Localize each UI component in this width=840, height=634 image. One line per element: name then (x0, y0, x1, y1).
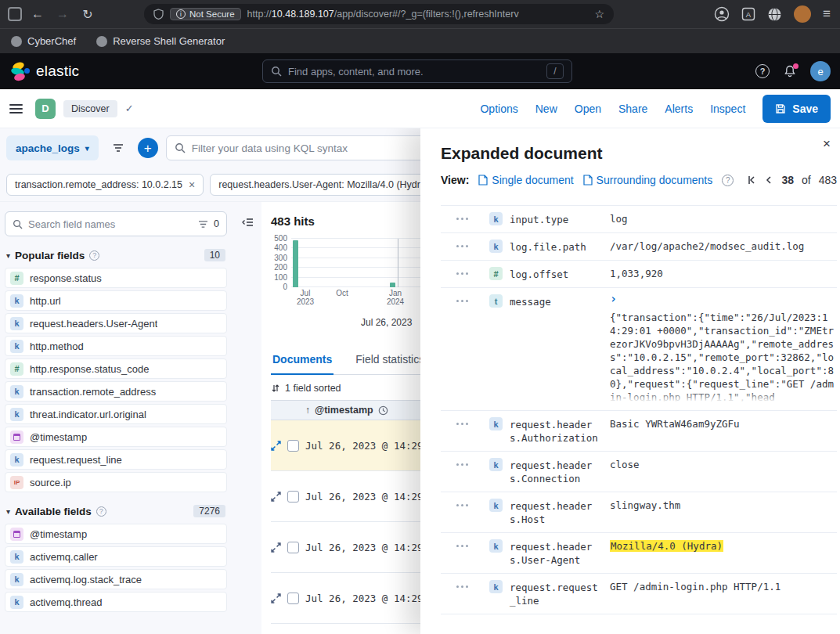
add-filter-button[interactable]: + (138, 138, 158, 158)
doc-field-value: /var/log/apache2/modsec_audit.log (610, 240, 837, 253)
address-bar[interactable]: i Not Secure http://10.48.189.107/app/di… (144, 4, 614, 24)
field-item[interactable]: krequest.headers.User-Agent (5, 313, 227, 333)
translate-icon[interactable]: A (741, 7, 755, 21)
field-filter-icon[interactable] (198, 220, 208, 229)
global-search[interactable]: / (262, 59, 572, 83)
save-button[interactable]: Save (762, 95, 831, 123)
filter-pill[interactable]: request.headers.User-Agent: Mozilla/4.0 … (210, 174, 438, 196)
collapse-sidebar-icon[interactable] (241, 216, 254, 229)
bookmark-item[interactable]: Reverse Shell Generator (96, 35, 225, 47)
elastic-logo[interactable] (9, 61, 30, 81)
saved-query-filter-button[interactable] (106, 136, 130, 160)
field-item[interactable]: kactivemq.caller (5, 546, 227, 567)
doc-field-name: request.headers.Host (510, 499, 610, 526)
row-checkbox[interactable] (287, 593, 299, 604)
doc-field-name: request.headers.Connection (510, 459, 610, 485)
nav-menu-icon[interactable] (9, 104, 23, 113)
field-item[interactable]: #http.response.status_code (5, 358, 227, 379)
surrounding-documents-link[interactable]: Surrounding documents (583, 174, 713, 186)
breadcrumb[interactable]: Discover (63, 100, 117, 117)
help-icon[interactable]: ? (755, 64, 770, 78)
field-item[interactable]: IPsource.ip (5, 472, 227, 492)
toolbar-menu-share[interactable]: Share (618, 103, 647, 115)
browser-menu-icon[interactable]: ≡ (823, 6, 831, 22)
field-item[interactable]: khttp.url (5, 290, 227, 311)
profile-icon[interactable] (714, 6, 730, 22)
browser-avatar[interactable] (794, 5, 811, 23)
globe-icon[interactable] (767, 7, 782, 22)
histogram-bar[interactable] (293, 240, 298, 287)
row-actions[interactable] (441, 300, 489, 302)
not-secure-badge[interactable]: i Not Secure (170, 8, 241, 20)
expand-document-icon[interactable] (271, 441, 281, 451)
toolbar-menu-inspect[interactable]: Inspect (710, 103, 745, 115)
toolbar-menu-alerts[interactable]: Alerts (665, 103, 693, 115)
help-icon[interactable]: ? (722, 175, 734, 186)
field-search[interactable]: 0 (5, 211, 227, 236)
row-checkbox[interactable] (287, 491, 299, 503)
doc-field-row: krequest.headers.Connectionclose (441, 452, 837, 492)
flyout-title: Expanded document (441, 144, 837, 163)
current-doc-number[interactable]: 38 (781, 174, 794, 186)
timestamp-cell: Jul 26, 2023 @ 14:29: (305, 440, 429, 452)
row-actions[interactable] (441, 272, 489, 275)
toolbar-menu-open[interactable]: Open (575, 103, 601, 115)
reload-button[interactable]: ↻ (78, 7, 97, 22)
field-item[interactable]: kthreat.indicator.url.original (5, 404, 227, 424)
single-document-link[interactable]: Single document (478, 174, 573, 186)
row-actions[interactable] (441, 585, 489, 588)
expand-value-icon[interactable]: › (610, 293, 838, 306)
field-search-input[interactable] (28, 218, 193, 230)
row-actions[interactable] (441, 218, 489, 220)
back-button[interactable]: ← (28, 7, 47, 21)
bookmark-item[interactable]: CyberChef (11, 35, 76, 47)
row-checkbox[interactable] (287, 542, 299, 553)
toolbar-menu-new[interactable]: New (535, 103, 557, 115)
tab-documents[interactable]: Documents (271, 348, 333, 375)
doc-field-name: log.offset (510, 268, 610, 281)
search-icon (271, 66, 282, 77)
bookmark-star-icon[interactable]: ☆ (594, 8, 604, 20)
space-badge[interactable]: D (35, 99, 56, 119)
field-type-cell: k (489, 240, 510, 253)
tab-field-statistics[interactable]: Field statistics (354, 348, 426, 374)
expand-document-icon[interactable] (271, 492, 281, 502)
row-actions[interactable] (441, 423, 489, 425)
toolbar-menu-options[interactable]: Options (480, 103, 517, 115)
filter-pill[interactable]: transaction.remote_address: 10.0.2.15× (6, 174, 204, 196)
user-avatar[interactable]: e (810, 61, 831, 81)
keyword-field-icon: k (489, 212, 503, 225)
row-actions[interactable] (441, 245, 489, 247)
y-axis-label: 100 (274, 273, 287, 282)
forward-button[interactable]: → (53, 7, 72, 21)
field-item[interactable]: @timestamp (5, 524, 227, 544)
field-item[interactable]: @timestamp (5, 427, 227, 447)
window-icon[interactable] (8, 7, 22, 21)
field-item[interactable]: ktransaction.remote_address (5, 381, 227, 402)
row-actions[interactable] (441, 463, 489, 466)
app-toolbar: D Discover ✓ OptionsNewOpenShareAlertsIn… (0, 89, 840, 128)
data-view-picker[interactable]: apache_logs ▾ (6, 135, 99, 160)
clock-icon (378, 405, 388, 416)
expand-document-icon[interactable] (271, 593, 281, 603)
global-search-input[interactable] (288, 66, 540, 77)
field-item[interactable]: khttp.method (5, 336, 227, 356)
field-type-cell: # (489, 267, 510, 280)
expand-document-icon[interactable] (271, 542, 281, 553)
view-label: View: (441, 174, 469, 186)
row-actions[interactable] (441, 504, 489, 506)
notifications-button[interactable] (784, 65, 796, 77)
first-page-icon[interactable] (747, 175, 756, 185)
prev-page-icon[interactable] (764, 175, 773, 185)
close-icon[interactable]: × (823, 136, 831, 152)
field-item[interactable]: kactivemq.thread (5, 592, 227, 612)
row-checkbox[interactable] (287, 440, 299, 452)
close-icon[interactable]: × (189, 178, 195, 191)
field-section-header[interactable]: ▾Available fields?7276 (6, 505, 225, 517)
field-item[interactable]: #response.status (5, 268, 227, 288)
field-section-header[interactable]: ▾Popular fields?10 (6, 249, 225, 261)
field-item[interactable]: kactivemq.log.stack_trace (5, 569, 227, 589)
calendar-glyph (13, 531, 20, 538)
row-actions[interactable] (441, 545, 489, 547)
field-item[interactable]: krequest.request_line (5, 449, 227, 470)
